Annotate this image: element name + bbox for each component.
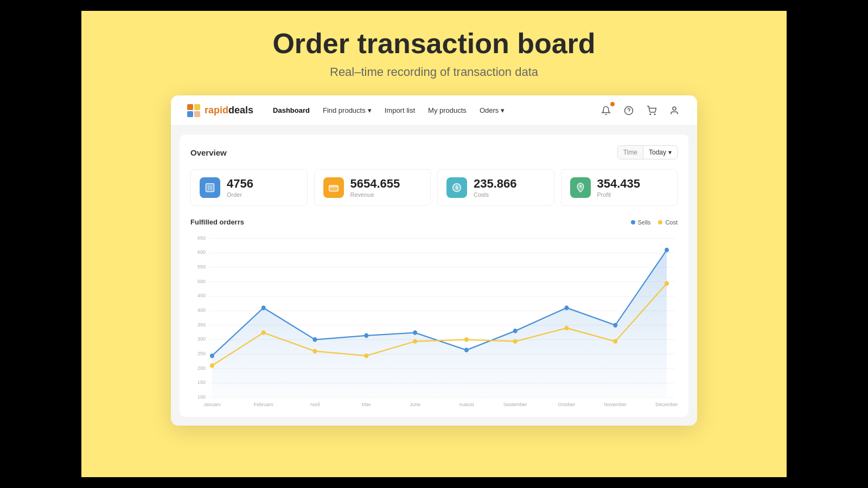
revenue-label: Revenue bbox=[350, 191, 400, 198]
yellow-background: Order transaction board Real–time record… bbox=[81, 11, 787, 477]
profit-label: Profit bbox=[597, 191, 641, 198]
svg-text:December: December bbox=[655, 402, 678, 406]
cost-dot-jun bbox=[413, 339, 417, 344]
legend-cost: Cost bbox=[658, 219, 678, 226]
svg-text:350: 350 bbox=[197, 322, 206, 328]
stat-card-revenue: 5654.655 Revenue bbox=[314, 169, 431, 206]
time-label: Time bbox=[618, 146, 643, 159]
svg-text:January: January bbox=[203, 402, 221, 406]
chart-container: Fulfilled orderrs Sells Cost bbox=[190, 218, 678, 406]
cost-dot-feb bbox=[261, 330, 266, 335]
navbar: rapiddeals Dashboard Find products ▾ Imp… bbox=[171, 95, 697, 126]
time-select[interactable]: Time Today ▾ bbox=[617, 145, 678, 159]
chart-legend: Sells Cost bbox=[631, 219, 678, 226]
svg-text:300: 300 bbox=[197, 336, 206, 342]
notification-badge bbox=[610, 102, 615, 106]
chart-header: Fulfilled orderrs Sells Cost bbox=[190, 218, 678, 226]
user-icon-button[interactable] bbox=[667, 103, 682, 118]
svg-text:450: 450 bbox=[197, 293, 206, 298]
order-value: 4756 bbox=[227, 178, 253, 190]
svg-point-8 bbox=[673, 107, 676, 110]
svg-rect-9 bbox=[206, 184, 214, 192]
time-value[interactable]: Today ▾ bbox=[643, 146, 677, 159]
svg-text:500: 500 bbox=[197, 279, 206, 284]
cart-icon-button[interactable] bbox=[644, 103, 659, 118]
sells-dot-sep bbox=[513, 329, 518, 333]
cost-dot-nov bbox=[613, 339, 617, 344]
overview-title: Overview bbox=[190, 148, 227, 157]
chevron-down-icon: ▾ bbox=[668, 149, 672, 156]
chart-area: 650 600 550 500 450 400 350 300 250 200 … bbox=[190, 233, 678, 406]
chart-title: Fulfilled orderrs bbox=[190, 218, 244, 226]
svg-text:October: October bbox=[558, 402, 576, 406]
costs-stat-info: 235.866 Costs bbox=[474, 178, 517, 198]
svg-text:$: $ bbox=[456, 185, 458, 190]
nav-import-list[interactable]: Import list bbox=[385, 106, 415, 114]
cost-dot-aug bbox=[464, 337, 469, 342]
nav-oders[interactable]: Oders ▾ bbox=[480, 106, 505, 114]
sells-dot bbox=[631, 220, 635, 224]
svg-text:600: 600 bbox=[197, 249, 206, 255]
main-content: Overview Time Today ▾ bbox=[180, 134, 688, 417]
order-icon bbox=[200, 177, 220, 198]
stat-card-costs: $ 235.866 Costs bbox=[437, 169, 554, 206]
page-subtitle: Real–time recording of transaction data bbox=[330, 65, 538, 79]
stats-row: 4756 Order 5654.655 Revenue bbox=[190, 169, 678, 206]
svg-text:550: 550 bbox=[197, 264, 206, 269]
svg-text:November: November bbox=[604, 402, 627, 406]
nav-my-products[interactable]: My products bbox=[428, 106, 467, 114]
svg-point-7 bbox=[654, 114, 655, 115]
logo[interactable]: rapiddeals bbox=[186, 103, 253, 118]
logo-text: rapiddeals bbox=[205, 105, 253, 116]
svg-point-6 bbox=[650, 114, 651, 115]
overview-header: Overview Time Today ▾ bbox=[190, 145, 678, 159]
svg-rect-0 bbox=[187, 104, 193, 110]
svg-text:250: 250 bbox=[197, 351, 206, 356]
costs-label: Costs bbox=[474, 191, 517, 198]
help-icon-button[interactable] bbox=[621, 103, 636, 118]
chevron-down-icon: ▾ bbox=[501, 106, 505, 114]
svg-text:650: 650 bbox=[197, 235, 206, 241]
dashboard-window: rapiddeals Dashboard Find products ▾ Imp… bbox=[171, 95, 697, 426]
chart-svg: 650 600 550 500 450 400 350 300 250 200 … bbox=[190, 233, 678, 406]
costs-icon: $ bbox=[446, 177, 467, 198]
order-label: Order bbox=[227, 191, 253, 198]
cost-dot-may bbox=[364, 354, 368, 358]
stat-card-profit: $ 354.435 Profit bbox=[561, 169, 678, 206]
sells-dot-may bbox=[364, 333, 368, 338]
cost-dot-apr bbox=[312, 349, 317, 354]
order-stat-info: 4756 Order bbox=[227, 178, 253, 198]
stat-card-order: 4756 Order bbox=[190, 169, 308, 206]
sells-dot-feb bbox=[261, 305, 266, 310]
chevron-down-icon: ▾ bbox=[368, 106, 372, 114]
svg-text:$: $ bbox=[579, 184, 582, 189]
costs-value: 235.866 bbox=[474, 178, 517, 190]
revenue-value: 5654.655 bbox=[350, 178, 400, 190]
sells-dot-nov bbox=[613, 323, 617, 328]
svg-text:150: 150 bbox=[197, 380, 206, 385]
cost-dot-sep bbox=[513, 339, 518, 344]
nav-dashboard[interactable]: Dashboard bbox=[273, 106, 310, 114]
svg-rect-2 bbox=[187, 111, 193, 117]
revenue-stat-info: 5654.655 Revenue bbox=[350, 178, 400, 198]
sells-dot-aug bbox=[464, 348, 469, 352]
svg-rect-3 bbox=[194, 111, 200, 117]
sells-dot-oct bbox=[564, 305, 569, 310]
nav-links: Dashboard Find products ▾ Import list My… bbox=[273, 106, 598, 114]
nav-find-products[interactable]: Find products ▾ bbox=[323, 106, 372, 114]
sells-dot-apr bbox=[312, 337, 317, 342]
revenue-icon bbox=[323, 177, 344, 198]
profit-icon: $ bbox=[570, 177, 591, 198]
nav-icons bbox=[598, 103, 682, 118]
svg-text:400: 400 bbox=[197, 307, 206, 313]
cost-dot-jan bbox=[210, 363, 214, 368]
svg-text:February: February bbox=[254, 402, 273, 406]
sells-dot-jun bbox=[413, 330, 417, 335]
sells-area bbox=[212, 250, 667, 397]
svg-text:August: August bbox=[459, 402, 474, 406]
svg-text:April: April bbox=[310, 402, 320, 406]
svg-text:200: 200 bbox=[197, 365, 206, 371]
bell-icon-button[interactable] bbox=[598, 103, 614, 118]
profit-stat-info: 354.435 Profit bbox=[597, 178, 641, 198]
svg-text:June: June bbox=[410, 402, 420, 406]
